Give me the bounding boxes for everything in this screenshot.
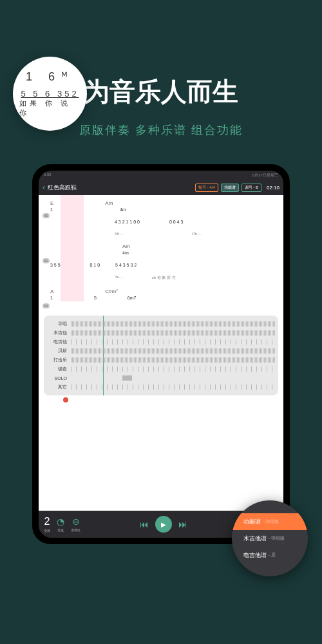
track-label: 贝斯 (46, 348, 67, 354)
waveform (71, 348, 276, 354)
waveform (71, 357, 276, 363)
chord-label: 6m7 (128, 296, 137, 300)
chord-label: Am (122, 243, 130, 249)
track-label: 键盘 (46, 366, 67, 372)
track-label: SOLO (46, 376, 67, 381)
capo-control[interactable]: ⊖ 变调夹 (71, 516, 80, 532)
track-row[interactable]: 贝斯 (46, 346, 276, 355)
track-label: 打击乐 (46, 357, 67, 363)
status-date: 6月27日星期三 (252, 173, 278, 178)
track-row[interactable]: SOLO (46, 374, 276, 383)
track-label: 导唱 (46, 321, 67, 327)
option-main: 电吉他谱 (243, 551, 267, 560)
notes: 5 4 3 5 3 2 (115, 263, 137, 267)
note: 1 (50, 296, 53, 300)
notes: 0 0 4 3 (169, 220, 183, 224)
chord-label: Am (105, 200, 113, 206)
status-time: 5:05 (44, 173, 52, 178)
waveform (71, 375, 276, 381)
song-title: 红色高跟鞋 (48, 184, 193, 192)
notes: 4 3 2 1 1 0 0 (115, 220, 140, 224)
option-sub: - 和弦版 (263, 518, 279, 525)
chord-label: C#m⁷ (105, 289, 118, 294)
topbar: ‹ 红色高跟鞋 拍号 - 4/4 功能谱 调号 - E 02:10 (39, 180, 283, 195)
tempo-icon: ◔ (57, 516, 64, 527)
track-row[interactable]: 键盘 (46, 365, 276, 374)
track-row[interactable]: 电吉他 (46, 337, 276, 346)
badge-key[interactable]: 调号 - E (242, 184, 261, 192)
back-button[interactable]: ‹ (43, 183, 45, 192)
waveform (71, 330, 276, 336)
playback-highlight (61, 195, 84, 301)
control-label: 变速 (57, 528, 64, 532)
badge-function-score[interactable]: 功能谱 (221, 184, 239, 192)
track-row[interactable]: 打击乐 (46, 355, 276, 365)
track-row[interactable]: 木吉他 (46, 328, 276, 337)
capo-icon: ⊖ (72, 516, 80, 527)
lyric: Oh.... (192, 232, 202, 236)
magnified-notes: 5 5 6 352 (21, 89, 79, 99)
chord-label: E (50, 200, 53, 206)
option-sub: - 弹唱版 (269, 535, 285, 542)
note: 5 (94, 296, 97, 300)
control-label: 变调 (44, 529, 50, 533)
waveform (71, 321, 276, 327)
track-mixer: 导唱 木吉他 电吉他 贝斯 打击乐 键盘 SOLO 其它 (44, 316, 278, 395)
bar-number: 51 (43, 258, 50, 263)
notes: 0 1 0 (90, 263, 100, 267)
track-row[interactable]: 其它 (46, 383, 276, 392)
notes: 3 5 5· (50, 263, 62, 267)
track-label: 木吉他 (46, 330, 67, 336)
timeline-scrubber[interactable] (44, 398, 278, 402)
waveform (71, 366, 276, 372)
track-row[interactable]: 导唱 (46, 319, 276, 328)
status-bar: 5:05 6月27日星期三 (39, 171, 283, 180)
screen: 5:05 6月27日星期三 ‹ 红色高跟鞋 拍号 - 4/4 功能谱 调号 - … (39, 171, 283, 538)
bar-number: 49 (43, 213, 50, 218)
timer: 02:10 (267, 185, 279, 191)
option-main: 木吉他谱 (243, 535, 267, 543)
next-button[interactable]: ⏭ (178, 519, 187, 529)
transpose-control[interactable]: 2 变调 (44, 516, 50, 533)
waveform (71, 384, 276, 390)
score-option-acoustic[interactable]: 木吉他谱 - 弹唱版 (232, 530, 308, 547)
control-label: 变调夹 (71, 528, 80, 532)
track-label: 电吉他 (46, 339, 67, 345)
playhead[interactable] (103, 316, 104, 395)
lyric: oh 你 像 窝 在 (151, 275, 175, 281)
note: 1 (50, 207, 53, 212)
timeline-playhead[interactable] (63, 397, 68, 402)
prev-button[interactable]: ⏮ (140, 519, 149, 529)
magnifier-overlay: 1 6ᴹ 5 5 6 352 如果 你 说你 (13, 57, 87, 131)
waveform (71, 339, 276, 345)
score-option-electric[interactable]: 电吉他谱 - 原 (232, 547, 308, 564)
play-button[interactable]: ▶ (155, 516, 172, 533)
badge-time-sig[interactable]: 拍号 - 4/4 (195, 184, 218, 192)
lyric: Ye.... (115, 275, 123, 281)
transpose-value: 2 (44, 516, 50, 527)
bar-number: 53 (43, 303, 50, 308)
option-main: 功能谱 (243, 518, 261, 526)
lyric: Ah.... (115, 232, 124, 236)
magnified-lyrics: 如果 你 说你 (19, 99, 80, 118)
score-option-function[interactable]: 功能谱 - 和弦版 (232, 513, 308, 530)
chord-label: 4m (122, 251, 129, 255)
tablet-frame: 5:05 6月27日星期三 ‹ 红色高跟鞋 拍号 - 4/4 功能谱 调号 - … (32, 164, 290, 544)
magnified-chords: 1 6ᴹ (26, 70, 74, 84)
tempo-control[interactable]: ◔ 变速 (57, 516, 64, 532)
sheet-music-area[interactable]: E Am 49 1 4m 4 3 2 1 1 0 0 0 0 4 3 Ah...… (39, 195, 283, 511)
chord-label: A (50, 289, 53, 294)
track-label: 其它 (46, 384, 67, 390)
chord-label: 4m (120, 207, 126, 212)
option-sub: - 原 (269, 552, 276, 558)
score-select-popup: 功能谱 - 和弦版 木吉他谱 - 弹唱版 电吉他谱 - 原 (232, 500, 308, 576)
